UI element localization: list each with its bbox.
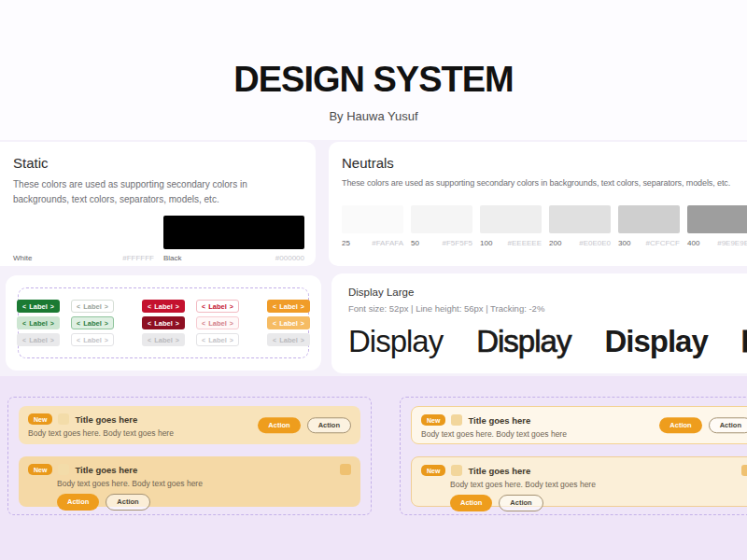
chevron-left-icon: <: [77, 303, 80, 310]
page-subtitle: By Hauwa Yusuf: [0, 109, 747, 123]
label-button-red-outline-light[interactable]: <Label>: [196, 316, 239, 329]
swatch-black-name: Black: [163, 254, 182, 262]
button-row-default: <Label> <Label> <Label> <Label> <Label>: [17, 300, 310, 313]
button-row-hover: <Label> <Label> <Label> <Label> <Label>: [17, 316, 310, 329]
swatch-white-chip: [13, 216, 154, 249]
banner-title: Title goes here: [75, 414, 137, 425]
typography-card: Display Large Font size: 52px | Line hei…: [331, 273, 747, 373]
display-sample-bold: Display: [604, 325, 707, 358]
display-sample-regular: Display: [348, 325, 443, 358]
swatch-200: 200#E0E0E0: [549, 205, 611, 247]
swatch-50: 50#F5F5F5: [411, 205, 472, 247]
chevron-right-icon: >: [105, 337, 108, 343]
swatch-100: 100#EEEEEE: [480, 205, 542, 247]
chevron-right-icon: >: [176, 337, 179, 343]
label-button-disabled-filled[interactable]: <Label>: [267, 333, 310, 346]
label-button-green-filled[interactable]: <Label>: [17, 300, 60, 313]
neutral-swatch-row: 25#FAFAFA 50#F5F5F5 100#EEEEEE 200#E0E0E…: [342, 205, 747, 247]
label-button-green-tint-outline[interactable]: <Label>: [71, 316, 114, 329]
buttons-dashed-container: <Label> <Label> <Label> <Label> <Label> …: [18, 287, 309, 358]
banner-filled-inline-actions: New Title goes here Body text goes here.…: [19, 406, 360, 444]
label-button-green-tint[interactable]: <Label>: [17, 316, 60, 329]
chevron-right-icon: >: [301, 337, 304, 343]
banner-icon: [451, 465, 462, 476]
action-secondary-button[interactable]: Action: [106, 494, 149, 511]
typography-meta: Font size: 52px | Line height: 56px | Tr…: [348, 303, 747, 314]
chevron-left-icon: <: [77, 337, 80, 343]
button-row-disabled: <Label> <Label> <Label> <Label> <Label>: [17, 333, 310, 346]
banner-outlined-stacked-actions: New Title goes here Body text goes here.…: [411, 456, 747, 507]
buttons-card: <Label> <Label> <Label> <Label> <Label> …: [6, 275, 321, 371]
chevron-right-icon: >: [230, 337, 233, 343]
chevron-left-icon: <: [22, 303, 26, 310]
new-badge: New: [421, 414, 445, 426]
chevron-right-icon: >: [230, 303, 233, 310]
swatch-black-hex: #000000: [275, 254, 304, 262]
swatch-400: 400#9E9E9E: [687, 205, 747, 247]
action-primary-button[interactable]: Action: [450, 495, 492, 511]
neutrals-card-description: These colors are used as supporting seco…: [342, 177, 747, 190]
label-button-disabled-filled[interactable]: <Label>: [17, 333, 60, 346]
chevron-right-icon: >: [301, 303, 304, 310]
action-secondary-button[interactable]: Action: [709, 417, 747, 434]
label-button-green-outline[interactable]: <Label>: [71, 300, 114, 313]
banner-body: Body text goes here. Body text goes here: [450, 480, 747, 489]
banner-title: Title goes here: [468, 415, 530, 426]
label-button-red-outline[interactable]: <Label>: [196, 300, 239, 313]
action-secondary-button[interactable]: Action: [499, 495, 543, 511]
swatch-black-chip: [163, 216, 304, 249]
banner-panel-filled: New Title goes here Body text goes here.…: [7, 397, 372, 515]
swatch-200-chip: [549, 205, 611, 233]
chevron-right-icon: >: [176, 303, 179, 310]
chevron-left-icon: <: [148, 303, 151, 310]
neutrals-card-title: Neutrals: [342, 155, 747, 171]
static-card-title: Static: [13, 155, 304, 171]
action-primary-button[interactable]: Action: [659, 417, 701, 434]
display-sample-medium: Display: [476, 325, 571, 358]
chevron-left-icon: <: [273, 303, 276, 310]
chevron-left-icon: <: [202, 303, 205, 310]
banner-title: Title goes here: [468, 466, 530, 476]
banner-icon: [451, 414, 462, 426]
label-button-red-filled[interactable]: <Label>: [142, 300, 185, 313]
label-button-disabled-outline[interactable]: <Label>: [196, 333, 239, 346]
swatch-100-chip: [480, 205, 542, 233]
action-primary-button[interactable]: Action: [57, 494, 99, 511]
typography-samples: Display Display Display Display: [348, 325, 747, 358]
chevron-right-icon: >: [176, 320, 179, 327]
chevron-left-icon: <: [273, 337, 276, 343]
banner-title: Title goes here: [75, 465, 137, 475]
chevron-left-icon: <: [273, 320, 276, 327]
action-secondary-button[interactable]: Action: [307, 417, 351, 434]
chevron-right-icon: >: [230, 320, 233, 327]
swatch-white-hex: #FFFFFF: [122, 254, 154, 262]
action-primary-button[interactable]: Action: [258, 417, 300, 434]
chevron-left-icon: <: [202, 337, 205, 343]
chevron-right-icon: >: [50, 303, 54, 310]
banner-icon: [58, 464, 69, 475]
new-badge: New: [28, 464, 52, 475]
label-button-disabled-filled[interactable]: <Label>: [142, 333, 185, 346]
swatch-white-name: White: [13, 254, 32, 262]
close-icon[interactable]: [340, 464, 351, 475]
chevron-left-icon: <: [22, 337, 26, 343]
chevron-right-icon: >: [50, 337, 54, 343]
close-icon[interactable]: [741, 465, 747, 476]
swatch-25: 25#FAFAFA: [342, 205, 403, 247]
banner-filled-stacked-actions: New Title goes here Body text goes here.…: [19, 456, 360, 507]
page-title: DESIGN SYSTEM: [0, 60, 747, 100]
swatch-300: 300#CFCFCF: [618, 205, 680, 247]
banner-icon: [58, 413, 69, 425]
chevron-left-icon: <: [77, 320, 80, 327]
label-button-orange-filled[interactable]: <Label>: [267, 300, 310, 313]
new-badge: New: [28, 413, 52, 425]
header: DESIGN SYSTEM By Hauwa Yusuf: [0, 0, 747, 140]
swatch-25-chip: [342, 205, 403, 233]
new-badge: New: [421, 465, 445, 476]
label-button-red-dark[interactable]: <Label>: [142, 316, 185, 329]
label-button-disabled-outline[interactable]: <Label>: [71, 333, 114, 346]
label-button-orange-light[interactable]: <Label>: [267, 316, 310, 329]
static-colors-card: Static These colors are used as supporti…: [0, 142, 316, 266]
banner-body: Body text goes here. Body text goes here: [57, 479, 351, 488]
banner-outlined-inline-actions: New Title goes here Body text goes here.…: [411, 406, 747, 444]
